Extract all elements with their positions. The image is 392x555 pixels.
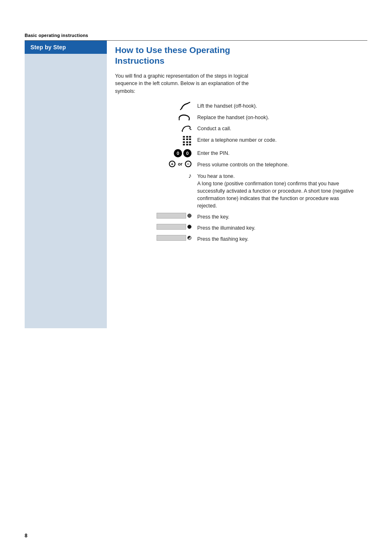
- desc-keypad: Enter a telephone number or code.: [197, 136, 359, 144]
- key-button-illuminated: [157, 224, 186, 230]
- tone-icon: ♪: [188, 172, 191, 180]
- symbol-volume: + or −: [115, 161, 197, 167]
- key-button-off: [157, 213, 186, 219]
- page-number: 8: [25, 533, 28, 539]
- main-content: How to Use these Operating Instructions …: [107, 41, 367, 328]
- desc-key-illuminated: Press the illuminated key.: [197, 224, 359, 232]
- keypad-icon: [183, 136, 191, 146]
- symbol-row-keypad: Enter a telephone number or code.: [115, 136, 359, 146]
- desc-volume: Press volume controls on the telephone.: [197, 161, 359, 168]
- desc-pin: Enter the PIN.: [197, 149, 359, 157]
- section-label: Basic operating instructions: [25, 33, 367, 38]
- volume-icon: + or −: [169, 161, 191, 167]
- key-led-on: [187, 225, 191, 229]
- svg-line-1: [180, 108, 182, 110]
- symbol-row-volume: + or − Press volume controls on the tele…: [115, 161, 359, 168]
- content-area: Step by Step How to Use these Operating …: [25, 41, 367, 328]
- symbol-row-key-illuminated: Press the illuminated key.: [115, 224, 359, 232]
- onhook-icon: [178, 113, 191, 121]
- symbol-row-tone: ♪ You hear a tone.A long tone (positive …: [115, 172, 359, 210]
- symbol-key-flashing: [115, 235, 197, 242]
- symbol-call: [115, 124, 197, 133]
- desc-key: Press the key.: [197, 213, 359, 221]
- page-title: How to Use these Operating Instructions: [115, 45, 359, 67]
- symbol-row-offhook: Lift the handset (off-hook).: [115, 102, 359, 110]
- page-container: Basic operating instructions Step by Ste…: [0, 0, 392, 555]
- symbol-row-pin: 0 0 Enter the PIN.: [115, 149, 359, 157]
- symbol-key-illuminated: [115, 224, 197, 231]
- symbol-key: [115, 213, 197, 220]
- symbol-row-call: Conduct a call.: [115, 124, 359, 133]
- desc-onhook: Replace the handset (on-hook).: [197, 113, 359, 121]
- symbol-row-key-flashing: Press the flashing key.: [115, 235, 359, 243]
- symbol-tone: ♪: [115, 172, 197, 180]
- intro-text: You will find a graphic representation o…: [115, 72, 267, 95]
- desc-key-flashing: Press the flashing key.: [197, 235, 359, 243]
- symbol-row-onhook: Replace the handset (on-hook).: [115, 113, 359, 121]
- offhook-icon: [180, 102, 191, 110]
- symbol-offhook: [115, 102, 197, 110]
- symbol-row-key: Press the key.: [115, 213, 359, 221]
- symbol-pin: 0 0: [115, 149, 197, 157]
- key-button-flashing: [157, 235, 186, 241]
- call-icon: [182, 124, 191, 133]
- desc-call: Conduct a call.: [197, 124, 359, 132]
- pin-icon: 0 0: [174, 149, 191, 157]
- key-led-off: [187, 214, 191, 218]
- step-by-step-header: Step by Step: [25, 41, 107, 54]
- desc-tone: You hear a tone.A long tone (positive co…: [197, 172, 359, 210]
- svg-line-0: [187, 102, 190, 104]
- symbol-keypad: [115, 136, 197, 146]
- desc-offhook: Lift the handset (off-hook).: [197, 102, 359, 110]
- left-sidebar: Step by Step: [25, 41, 107, 328]
- key-led-flashing: [187, 236, 191, 240]
- symbol-onhook: [115, 113, 197, 121]
